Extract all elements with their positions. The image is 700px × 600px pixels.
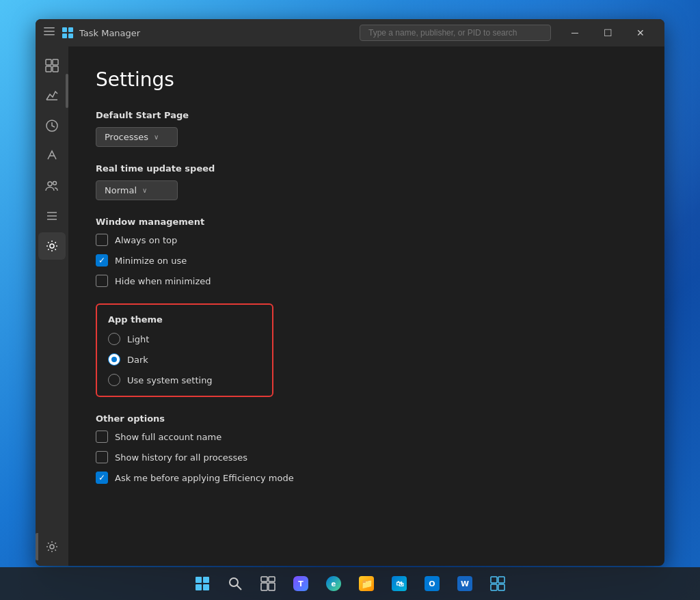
sidebar-item-settings[interactable] [38,533,66,560]
svg-rect-22 [203,577,209,583]
sidebar-item-app-history[interactable] [38,112,66,139]
efficiency-mode-row[interactable]: Ask me before applying Efficiency mode [96,472,637,484]
taskbar-outlook-button[interactable]: O [417,569,447,599]
taskbar-edge-button[interactable]: e [319,569,349,599]
default-start-page-dropdown[interactable]: Processes ∨ [96,127,178,147]
svg-rect-28 [269,577,275,582]
full-account-name-label: Show full account name [115,432,221,442]
sidebar-item-services[interactable] [38,232,66,260]
always-on-top-label: Always on top [115,235,177,245]
sidebar-item-details[interactable] [38,202,66,230]
taskbar-word-button[interactable]: W [450,569,480,599]
other-options-section: Other options Show full account name Sho… [96,413,637,484]
taskbar-taskmanager-button[interactable] [483,569,513,599]
hide-when-minimized-checkbox[interactable] [96,275,108,287]
theme-system-radio[interactable] [108,374,120,386]
svg-rect-0 [44,27,55,29]
svg-rect-32 [498,577,504,583]
svg-rect-23 [196,584,202,590]
window-title: Task Manager [79,28,140,38]
svg-rect-2 [44,34,55,36]
theme-system-row[interactable]: Use system setting [108,374,261,386]
full-account-name-row[interactable]: Show full account name [96,431,637,443]
svg-rect-30 [269,583,275,590]
maximize-button[interactable]: ☐ [592,22,623,44]
taskbar-teams-button[interactable]: T [286,569,316,599]
sidebar-item-startup[interactable] [38,142,66,169]
svg-line-26 [237,586,242,590]
taskbar-taskview-button[interactable] [253,569,283,599]
svg-rect-27 [261,577,267,582]
window-management-section: Window management Always on top Minimize… [96,217,637,287]
minimize-on-use-checkbox[interactable] [96,254,108,267]
sidebar-item-users[interactable] [38,172,66,200]
minimize-button[interactable]: ─ [559,22,591,44]
theme-system-label: Use system setting [127,375,213,385]
svg-rect-5 [62,33,67,38]
history-all-checkbox[interactable] [96,451,108,463]
svg-point-20 [50,545,54,549]
efficiency-mode-checkbox[interactable] [96,472,108,484]
taskbar-explorer-button[interactable]: 📁 [351,569,381,599]
theme-light-label: Light [127,334,149,344]
main-area: Settings Default Start Page Processes ∨ … [36,46,664,566]
theme-light-row[interactable]: Light [108,333,261,345]
svg-rect-3 [62,27,67,32]
hide-when-minimized-row[interactable]: Hide when minimized [96,275,637,287]
app-theme-label: App theme [108,314,261,325]
theme-dark-radio[interactable] [108,353,120,366]
svg-rect-10 [53,66,58,72]
svg-point-25 [230,578,238,586]
other-options-label: Other options [96,413,637,424]
svg-rect-1 [44,31,55,32]
search-input[interactable] [360,25,551,41]
app-icon [62,27,74,39]
theme-light-radio[interactable] [108,333,120,345]
taskbar-store-button[interactable]: 🛍 [384,569,414,599]
default-start-page-section: Default Start Page Processes ∨ [96,110,637,147]
default-start-page-label: Default Start Page [96,110,637,120]
menu-icon[interactable] [44,26,55,40]
always-on-top-checkbox[interactable] [96,234,108,246]
sidebar [36,46,68,566]
svg-rect-31 [491,577,497,583]
page-title: Settings [96,68,637,91]
svg-rect-9 [46,66,51,72]
svg-rect-24 [203,584,209,590]
theme-dark-row[interactable]: Dark [108,353,261,366]
close-button[interactable]: ✕ [625,22,656,44]
taskbar-start-button[interactable] [187,569,217,599]
titlebar: Task Manager ─ ☐ ✕ [36,19,664,46]
dropdown-arrow-2-icon: ∨ [142,187,147,194]
svg-rect-6 [68,33,73,38]
sidebar-bottom [36,533,68,566]
update-speed-label: Real time update speed [96,163,637,174]
minimize-on-use-label: Minimize on use [115,256,187,266]
minimize-on-use-row[interactable]: Minimize on use [96,254,637,267]
task-manager-window: Task Manager ─ ☐ ✕ [36,19,664,566]
svg-rect-33 [491,584,497,590]
content-area: Settings Default Start Page Processes ∨ … [68,46,664,566]
svg-rect-7 [46,59,51,65]
sidebar-item-performance[interactable] [38,82,66,109]
default-start-page-value: Processes [105,132,148,142]
app-theme-section: App theme Light Dark Use system setting [96,303,273,397]
svg-rect-21 [196,577,202,583]
always-on-top-row[interactable]: Always on top [96,234,637,246]
theme-dark-label: Dark [127,355,148,365]
taskbar-search-button[interactable] [220,569,250,599]
hide-when-minimized-label: Hide when minimized [115,276,211,286]
update-speed-dropdown[interactable]: Normal ∨ [96,180,178,200]
efficiency-mode-label: Ask me before applying Efficiency mode [115,473,294,483]
taskbar: T e 📁 🛍 O W [0,567,700,600]
full-account-name-checkbox[interactable] [96,431,108,443]
sidebar-item-processes[interactable] [38,52,66,79]
svg-rect-34 [498,584,504,590]
svg-point-19 [50,244,54,248]
history-all-row[interactable]: Show history for all processes [96,451,637,463]
svg-rect-29 [261,583,267,590]
update-speed-value: Normal [105,185,137,195]
svg-rect-4 [68,27,73,32]
window-controls: ─ ☐ ✕ [559,22,656,44]
window-management-label: Window management [96,217,637,227]
